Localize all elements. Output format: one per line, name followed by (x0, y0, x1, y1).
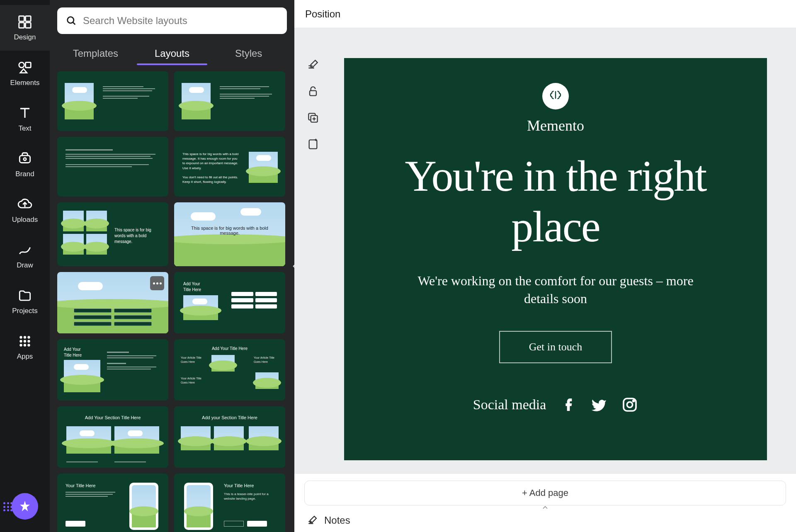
search-icon (66, 15, 77, 27)
svg-point-10 (27, 336, 30, 338)
main-area: Position Memento You're in the right pla… (294, 0, 796, 532)
svg-rect-5 (26, 62, 31, 68)
rail-label: Text (18, 124, 31, 133)
brand-name-text[interactable]: Memento (527, 117, 584, 134)
svg-rect-18 (310, 91, 316, 96)
rail-item-design[interactable]: Design (0, 5, 50, 51)
layout-thumbnail[interactable]: Add your Section Title Here (174, 406, 285, 468)
layout-thumbnail[interactable]: Add Your Title Here Your Article Title G… (174, 339, 285, 401)
layout-thumbnail[interactable] (57, 71, 168, 131)
add-page-label: + Add page (522, 488, 568, 498)
search-input[interactable] (83, 15, 279, 27)
svg-point-4 (19, 62, 24, 68)
layout-thumbnail[interactable]: Your Title Here This is a teaser-bite po… (174, 474, 285, 532)
rail-label: Uploads (12, 216, 38, 224)
layout-thumbnail[interactable]: This space is for big words with a boldm… (174, 202, 285, 266)
svg-point-14 (19, 344, 22, 346)
hero-title-text[interactable]: You're in the right place (344, 151, 767, 252)
lock-open-icon[interactable] (306, 85, 320, 98)
svg-point-8 (19, 336, 22, 338)
svg-rect-2 (19, 23, 24, 28)
rail-item-projects[interactable]: Projects (0, 279, 50, 324)
layout-thumbnail[interactable] (57, 137, 168, 197)
page-tools (294, 28, 332, 474)
hero-subtitle-text[interactable]: We're working on the comfort for our gue… (344, 272, 767, 308)
svg-rect-3 (26, 23, 31, 28)
rail-item-draw[interactable]: Draw (0, 233, 50, 279)
projects-icon (17, 288, 33, 304)
left-icon-rail: Design Elements Text Brand Uploads Draw (0, 0, 50, 532)
svg-rect-20 (309, 140, 317, 148)
magic-fab-button[interactable] (12, 493, 38, 520)
cta-button[interactable]: Get in touch (499, 331, 612, 363)
tab-styles[interactable]: Styles (210, 42, 287, 65)
facebook-icon[interactable] (560, 396, 577, 413)
svg-point-12 (24, 340, 26, 343)
rail-item-uploads[interactable]: Uploads (0, 187, 50, 233)
rail-label: Draw (17, 261, 33, 270)
ellipsis-icon[interactable] (150, 276, 164, 290)
social-row: Social media (473, 396, 638, 413)
svg-rect-1 (26, 16, 31, 22)
edit-icon[interactable] (306, 58, 320, 71)
draw-icon (17, 242, 33, 258)
notes-button[interactable]: Notes (294, 509, 796, 532)
rail-item-apps[interactable]: Apps (0, 324, 50, 370)
rail-item-elements[interactable]: Elements (0, 51, 50, 96)
svg-point-23 (633, 400, 634, 401)
text-icon (17, 105, 33, 121)
svg-rect-6 (19, 155, 30, 163)
add-page-icon[interactable] (306, 138, 320, 151)
brain-icon (548, 89, 563, 104)
apps-icon (17, 333, 33, 349)
rail-label: Apps (17, 352, 33, 361)
notes-icon (306, 514, 318, 527)
twitter-icon[interactable] (591, 396, 607, 413)
rail-label: Brand (15, 170, 34, 178)
layout-thumbnail[interactable]: This space is for big words with a bold … (174, 137, 285, 197)
rail-item-text[interactable]: Text (0, 96, 50, 142)
svg-point-9 (24, 336, 26, 338)
svg-point-7 (24, 158, 26, 160)
tab-templates[interactable]: Templates (57, 42, 134, 65)
svg-point-22 (627, 402, 633, 407)
rail-label: Elements (10, 79, 40, 87)
layouts-panel: Templates Layouts Styles This space is f… (50, 0, 294, 532)
layout-thumbnail[interactable] (174, 71, 285, 131)
svg-rect-0 (19, 16, 24, 22)
layout-thumbnail[interactable]: Add YourTitle Here (57, 339, 168, 401)
rail-item-brand[interactable]: Brand (0, 142, 50, 187)
position-button[interactable]: Position (305, 8, 340, 20)
uploads-icon (17, 197, 33, 212)
social-label-text[interactable]: Social media (473, 397, 546, 413)
svg-point-13 (27, 340, 30, 343)
topbar: Position (294, 0, 796, 28)
canvas-inner[interactable]: Memento You're in the right place We're … (332, 28, 796, 474)
layout-thumbnail[interactable]: Your Title Here (57, 474, 168, 532)
add-page-button[interactable]: + Add page (304, 481, 786, 505)
duplicate-icon[interactable] (306, 111, 320, 124)
chevron-up-icon (541, 505, 549, 510)
svg-point-11 (19, 340, 22, 343)
tab-layouts[interactable]: Layouts (134, 42, 211, 65)
layout-thumbnail[interactable] (57, 272, 168, 333)
rail-label: Design (14, 33, 36, 41)
svg-point-17 (68, 17, 74, 23)
brand-logo[interactable] (542, 83, 569, 109)
instagram-icon[interactable] (621, 396, 638, 413)
search-container (57, 7, 287, 34)
layouts-grid: This space is for big words with a bold … (57, 71, 287, 532)
layout-thumbnail[interactable]: Add Your Section Title Here (57, 406, 168, 468)
panel-tabs: Templates Layouts Styles (57, 39, 287, 68)
notes-label: Notes (324, 515, 350, 526)
rail-label: Projects (12, 307, 37, 315)
svg-point-16 (27, 344, 30, 346)
svg-point-15 (24, 344, 26, 346)
brand-icon (17, 151, 33, 167)
design-page[interactable]: Memento You're in the right place We're … (344, 58, 767, 460)
layout-thumbnail[interactable]: This space is for big words with a bold … (57, 202, 168, 266)
elements-icon (17, 60, 33, 75)
layout-thumbnail[interactable]: Add YourTitle Here (174, 272, 285, 333)
canvas-wrap: Memento You're in the right place We're … (294, 28, 796, 474)
design-icon (17, 14, 33, 30)
